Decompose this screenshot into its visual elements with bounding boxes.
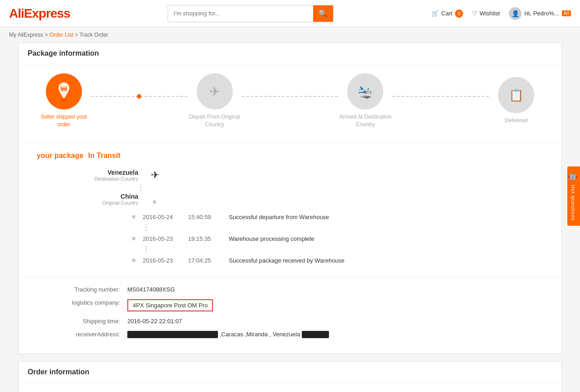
event-time-0: 15:40:59 <box>188 214 224 220</box>
event-dot-0 <box>132 215 135 219</box>
destination-row: Venezuela Destination Country ✈ <box>64 169 543 182</box>
event-row-0: 2016-05-24 15:40:59 Successful departure… <box>37 210 543 224</box>
search-area: 🔍 <box>168 5 334 22</box>
header: AliExpress 🔍 🛒 Cart 0 ♡ Wishlist 👤 Hi, P… <box>0 0 580 27</box>
event-time-2: 17:04:25 <box>188 257 224 264</box>
logistics-row: logistics company: 4PX Singapore Post OM… <box>37 299 543 311</box>
origin-dot <box>153 200 156 204</box>
step-depart-icon: ✈ <box>197 73 233 110</box>
step-arrive-label: Arrived At Destination Country <box>338 113 392 129</box>
breadcrumb-home[interactable]: My AliExpress <box>9 32 43 38</box>
destination-label: Venezuela Destination Country <box>64 169 145 182</box>
event-desc-0: Successful departure from Warehouse <box>229 214 329 220</box>
main-content: Package information Seller shipped you <box>9 43 571 392</box>
heart-icon: ♡ <box>472 10 478 17</box>
origin-label: China Original Country <box>64 193 145 206</box>
origin-sublabel: Original Country <box>64 200 138 206</box>
origin-row: China Original Country <box>64 193 543 206</box>
event-connector-1 <box>145 224 543 231</box>
origin-country: China <box>64 193 138 200</box>
svg-rect-3 <box>62 86 66 88</box>
breadcrumb-track: Track Order <box>79 32 108 38</box>
address-label: receiverAddress: <box>37 331 127 338</box>
address-redacted-1 <box>127 331 218 338</box>
shipping-time-label: Shipping time: <box>37 318 127 325</box>
package-section: Package information Seller shipped you <box>18 43 562 354</box>
shipping-time-row: Shipping time: 2016-05-22 22:01:07 <box>37 318 543 325</box>
order-details: order number: 7 4 seller shop name: JS V… <box>19 383 561 392</box>
tracking-label: Tracking number: <box>37 286 127 293</box>
search-button[interactable]: 🔍 <box>313 5 333 22</box>
wishlist-label: Wishlist <box>479 10 500 17</box>
breadcrumb-sep2: > <box>75 32 78 38</box>
address-value: ,Caracas ,Miranda , Venezuela <box>127 331 329 339</box>
destination-country: Venezuela <box>64 169 138 176</box>
tracking-value: MS04174088XSG <box>127 286 175 293</box>
address-row: receiverAddress: ,Caracas ,Miranda , Ven… <box>37 331 543 339</box>
tracking-row: Tracking number: MS04174088XSG <box>37 286 543 293</box>
header-right: 🛒 Cart 0 ♡ Wishlist 👤 Hi, Pedro%... A0 <box>431 7 571 20</box>
event-date-2: 2016-05-23 <box>143 257 184 264</box>
shipping-time-value: 2016-05-22 22:01:07 <box>127 318 182 325</box>
transit-status: In Transit <box>88 152 121 159</box>
events-list: 2016-05-24 15:40:59 Successful departure… <box>37 210 543 268</box>
event-row-1: 2016-05-23 19:15:35 Warehouse processing… <box>37 232 543 246</box>
side-widget-label: Hot questions <box>570 185 576 221</box>
search-icon: 🔍 <box>319 9 328 18</box>
event-connector-2 <box>145 246 543 253</box>
shipping-steps: Seller shipped your order ✈ Depart From … <box>19 64 561 142</box>
connector-1 <box>91 96 188 97</box>
package-details: Tracking number: MS04174088XSG logistics… <box>19 277 561 354</box>
cart-button[interactable]: 🛒 Cart 0 <box>431 10 464 18</box>
step-delivered-icon: 📋 <box>498 77 534 113</box>
event-dot-1 <box>132 237 135 240</box>
step-depart-label: Depart From Original Country <box>188 113 242 129</box>
cart-icon: 🛒 <box>431 10 439 17</box>
event-date-0: 2016-05-24 <box>143 214 184 220</box>
hot-questions-widget[interactable]: 🤖 Hot questions <box>567 167 580 226</box>
transit-section: your package In Transit Venezuela Destin… <box>19 142 561 277</box>
avatar: 👤 <box>509 7 522 20</box>
side-widget-icon: 🤖 <box>568 171 578 181</box>
user-info: 👤 Hi, Pedro%... A0 <box>509 7 571 20</box>
step-arrive: 🛬 Arrived At Destination Country <box>338 73 392 129</box>
vert-connector <box>140 184 543 191</box>
event-dot-2 <box>132 258 135 262</box>
step-shipped-label: Seller shipped your order <box>37 113 91 129</box>
logo: AliExpress <box>9 6 70 21</box>
package-title: Package information <box>19 43 561 64</box>
step-delivered-label: Delivered <box>505 117 528 124</box>
connector-2 <box>242 96 338 97</box>
event-time-1: 19:15:35 <box>188 235 224 242</box>
breadcrumb-sep1: > <box>45 32 48 38</box>
user-greeting: Hi, Pedro%... <box>524 10 559 17</box>
step-arrive-icon: 🛬 <box>347 73 383 110</box>
event-row-2: 2016-05-23 17:04:25 Successful package r… <box>37 253 543 268</box>
wishlist-button[interactable]: ♡ Wishlist <box>472 10 500 17</box>
step-delivered: 📋 Delivered <box>489 77 543 124</box>
logistics-label: logistics company: <box>37 299 127 306</box>
breadcrumb: My AliExpress > Order List > Track Order <box>0 27 580 43</box>
event-desc-2: Successful package received by Warehouse <box>229 257 344 264</box>
address-redacted-2 <box>302 331 329 338</box>
step-depart: ✈ Depart From Original Country <box>188 73 242 129</box>
transit-title: your package In Transit <box>37 152 543 160</box>
user-icon: 👤 <box>512 10 519 17</box>
connector-3 <box>392 96 489 97</box>
destination-sublabel: Destination Country <box>64 176 138 182</box>
transit-prefix: your package <box>37 152 83 159</box>
user-badge: A0 <box>562 10 571 16</box>
search-input[interactable] <box>168 5 313 22</box>
order-section-title: Order information <box>19 362 561 383</box>
step-shipped-icon <box>46 73 82 110</box>
breadcrumb-order-list[interactable]: Order List <box>49 32 73 38</box>
order-section: Order information order number: 7 4 sell… <box>18 361 562 392</box>
cart-badge: 0 <box>455 10 463 18</box>
plane-icon: ✈ <box>151 169 159 181</box>
search-bar: 🔍 <box>168 5 334 22</box>
address-city: ,Caracas ,Miranda , Venezuela <box>220 331 300 338</box>
event-date-1: 2016-05-23 <box>143 235 184 242</box>
svg-point-0 <box>61 100 67 101</box>
step-shipped: Seller shipped your order <box>37 73 91 129</box>
logistics-value: 4PX Singapore Post OM Pro <box>127 299 213 311</box>
